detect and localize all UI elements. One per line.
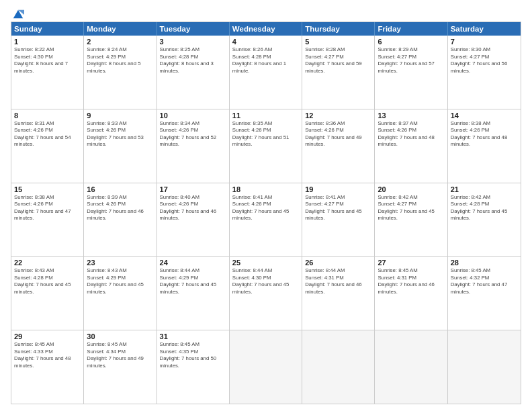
calendar-cell: 3Sunrise: 8:25 AMSunset: 4:28 PMDaylight… [157,36,230,109]
day-info: Sunrise: 8:38 AMSunset: 4:26 PMDaylight:… [451,120,518,148]
calendar-row-5: 29Sunrise: 8:45 AMSunset: 4:33 PMDayligh… [11,330,521,404]
day-number: 9 [87,111,153,120]
day-info: Sunrise: 8:22 AMSunset: 4:30 PMDaylight:… [14,46,81,75]
logo-icon [12,8,24,20]
day-number: 14 [451,111,518,120]
calendar-cell: 13Sunrise: 8:37 AMSunset: 4:26 PMDayligh… [375,109,447,183]
calendar-cell: 2Sunrise: 8:24 AMSunset: 4:29 PMDaylight… [84,36,157,109]
calendar-row-1: 1Sunrise: 8:22 AMSunset: 4:30 PMDaylight… [11,36,521,109]
day-number: 29 [14,332,81,340]
day-info: Sunrise: 8:33 AMSunset: 4:26 PMDaylight:… [87,120,153,148]
day-number: 31 [160,332,226,340]
day-number: 4 [232,38,299,46]
day-number: 22 [14,259,81,267]
day-number: 30 [87,332,153,340]
day-number: 18 [232,185,299,193]
calendar-cell: 31Sunrise: 8:45 AMSunset: 4:35 PMDayligh… [157,330,230,404]
day-info: Sunrise: 8:29 AMSunset: 4:27 PMDaylight:… [378,46,444,75]
day-info: Sunrise: 8:40 AMSunset: 4:26 PMDaylight:… [160,194,226,222]
day-info: Sunrise: 8:39 AMSunset: 4:26 PMDaylight:… [87,194,153,222]
day-number: 12 [305,111,371,120]
calendar-cell: 12Sunrise: 8:36 AMSunset: 4:26 PMDayligh… [302,109,375,183]
header [11,8,521,17]
day-info: Sunrise: 8:24 AMSunset: 4:29 PMDaylight:… [87,46,153,75]
calendar-header: SundayMondayTuesdayWednesdayThursdayFrid… [11,22,521,36]
day-info: Sunrise: 8:28 AMSunset: 4:27 PMDaylight:… [305,46,371,75]
header-day-saturday: Saturday [448,22,521,36]
calendar-cell: 6Sunrise: 8:29 AMSunset: 4:27 PMDaylight… [375,36,447,109]
header-day-monday: Monday [84,22,157,36]
calendar-cell: 15Sunrise: 8:38 AMSunset: 4:26 PMDayligh… [11,183,84,257]
page: SundayMondayTuesdayWednesdayThursdayFrid… [0,0,532,411]
day-info: Sunrise: 8:37 AMSunset: 4:26 PMDaylight:… [378,120,444,148]
day-info: Sunrise: 8:25 AMSunset: 4:28 PMDaylight:… [160,46,226,75]
day-info: Sunrise: 8:45 AMSunset: 4:34 PMDaylight:… [87,341,153,369]
calendar-cell: 7Sunrise: 8:30 AMSunset: 4:27 PMDaylight… [448,36,521,109]
day-number: 1 [14,38,81,46]
header-day-thursday: Thursday [302,22,375,36]
day-number: 16 [87,185,153,193]
day-number: 28 [451,259,518,267]
day-number: 8 [14,111,81,120]
day-number: 26 [305,259,371,267]
day-number: 21 [451,185,518,193]
day-number: 15 [14,185,81,193]
header-day-wednesday: Wednesday [230,22,302,36]
calendar: SundayMondayTuesdayWednesdayThursdayFrid… [11,21,521,404]
calendar-cell [230,330,302,404]
calendar-row-4: 22Sunrise: 8:43 AMSunset: 4:28 PMDayligh… [11,257,521,330]
day-info: Sunrise: 8:30 AMSunset: 4:27 PMDaylight:… [451,46,518,75]
day-info: Sunrise: 8:42 AMSunset: 4:28 PMDaylight:… [451,194,518,222]
calendar-cell [302,330,375,404]
calendar-cell: 11Sunrise: 8:35 AMSunset: 4:26 PMDayligh… [230,109,302,183]
day-number: 2 [87,38,153,46]
calendar-cell: 24Sunrise: 8:44 AMSunset: 4:29 PMDayligh… [157,257,230,330]
day-info: Sunrise: 8:45 AMSunset: 4:35 PMDaylight:… [160,341,226,369]
day-info: Sunrise: 8:44 AMSunset: 4:31 PMDaylight:… [305,267,371,295]
day-number: 24 [160,259,226,267]
calendar-cell: 27Sunrise: 8:45 AMSunset: 4:31 PMDayligh… [375,257,447,330]
day-number: 25 [232,259,299,267]
day-info: Sunrise: 8:43 AMSunset: 4:29 PMDaylight:… [87,267,153,295]
day-number: 10 [160,111,226,120]
day-number: 27 [378,259,444,267]
day-info: Sunrise: 8:38 AMSunset: 4:26 PMDaylight:… [14,194,81,222]
calendar-cell [375,330,447,404]
calendar-cell: 20Sunrise: 8:42 AMSunset: 4:27 PMDayligh… [375,183,447,257]
calendar-cell: 22Sunrise: 8:43 AMSunset: 4:28 PMDayligh… [11,257,84,330]
day-number: 19 [305,185,371,193]
day-number: 3 [160,38,226,46]
calendar-row-2: 8Sunrise: 8:31 AMSunset: 4:26 PMDaylight… [11,109,521,183]
calendar-cell: 10Sunrise: 8:34 AMSunset: 4:26 PMDayligh… [157,109,230,183]
calendar-cell: 18Sunrise: 8:41 AMSunset: 4:26 PMDayligh… [230,183,302,257]
calendar-cell: 28Sunrise: 8:45 AMSunset: 4:32 PMDayligh… [448,257,521,330]
calendar-cell: 26Sunrise: 8:44 AMSunset: 4:31 PMDayligh… [302,257,375,330]
day-number: 17 [160,185,226,193]
day-info: Sunrise: 8:34 AMSunset: 4:26 PMDaylight:… [160,120,226,148]
day-info: Sunrise: 8:42 AMSunset: 4:27 PMDaylight:… [378,194,444,222]
calendar-cell: 16Sunrise: 8:39 AMSunset: 4:26 PMDayligh… [84,183,157,257]
day-info: Sunrise: 8:45 AMSunset: 4:31 PMDaylight:… [378,267,444,295]
day-number: 13 [378,111,444,120]
day-info: Sunrise: 8:45 AMSunset: 4:33 PMDaylight:… [14,341,81,369]
logo [11,8,24,17]
calendar-cell: 25Sunrise: 8:44 AMSunset: 4:30 PMDayligh… [230,257,302,330]
calendar-cell: 5Sunrise: 8:28 AMSunset: 4:27 PMDaylight… [302,36,375,109]
day-info: Sunrise: 8:44 AMSunset: 4:29 PMDaylight:… [160,267,226,295]
header-day-tuesday: Tuesday [157,22,230,36]
day-info: Sunrise: 8:41 AMSunset: 4:27 PMDaylight:… [305,194,371,222]
day-number: 7 [451,38,518,46]
calendar-cell: 23Sunrise: 8:43 AMSunset: 4:29 PMDayligh… [84,257,157,330]
header-day-sunday: Sunday [11,22,84,36]
calendar-cell: 14Sunrise: 8:38 AMSunset: 4:26 PMDayligh… [448,109,521,183]
calendar-cell: 17Sunrise: 8:40 AMSunset: 4:26 PMDayligh… [157,183,230,257]
day-info: Sunrise: 8:36 AMSunset: 4:26 PMDaylight:… [305,120,371,148]
calendar-row-3: 15Sunrise: 8:38 AMSunset: 4:26 PMDayligh… [11,183,521,257]
calendar-cell: 8Sunrise: 8:31 AMSunset: 4:26 PMDaylight… [11,109,84,183]
day-info: Sunrise: 8:44 AMSunset: 4:30 PMDaylight:… [232,267,299,295]
calendar-cell: 19Sunrise: 8:41 AMSunset: 4:27 PMDayligh… [302,183,375,257]
calendar-cell: 21Sunrise: 8:42 AMSunset: 4:28 PMDayligh… [448,183,521,257]
calendar-body: 1Sunrise: 8:22 AMSunset: 4:30 PMDaylight… [11,36,521,404]
day-number: 6 [378,38,444,46]
calendar-cell: 4Sunrise: 8:26 AMSunset: 4:28 PMDaylight… [230,36,302,109]
